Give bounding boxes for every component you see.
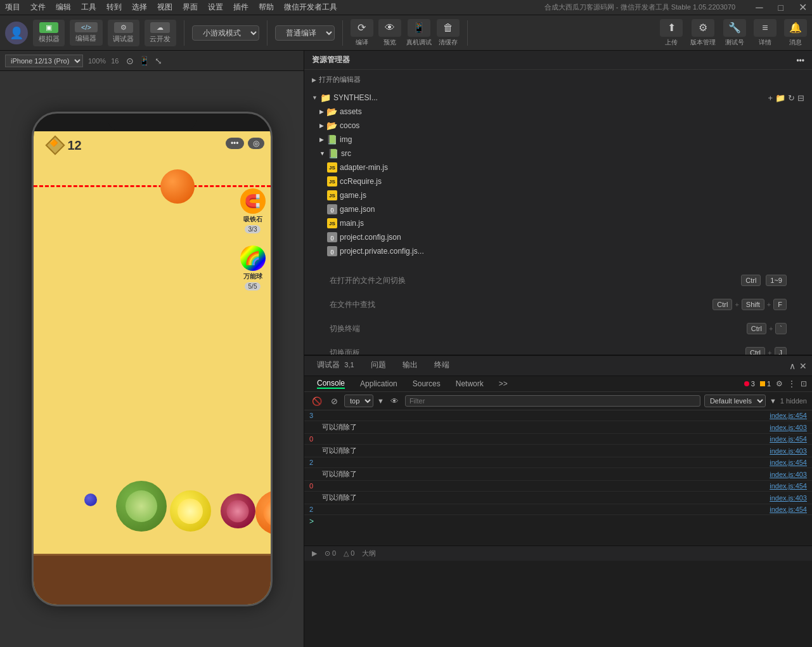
clear-cache-button[interactable]: 🗑 清缓存 <box>437 19 460 47</box>
tree-item-img[interactable]: ▶ 📗 img <box>304 133 812 147</box>
upload-button[interactable]: ⬆ 上传 <box>660 19 683 47</box>
tree-root-synthesi[interactable]: ▼ 📁 SYNTHESI... + 📁 ↻ ⊟ <box>304 91 812 105</box>
version-button[interactable]: ⚙ 版本管理 <box>690 19 716 47</box>
expand-icon[interactable]: ⤡ <box>155 56 162 66</box>
context-select[interactable]: top <box>344 395 373 407</box>
window-minimize[interactable]: ─ <box>756 2 763 13</box>
menu-item-select[interactable]: 选择 <box>132 2 147 13</box>
preview-button[interactable]: 👁 预览 <box>378 19 401 47</box>
subtab-application-btn[interactable]: Application <box>352 377 405 391</box>
simulator-button[interactable]: ▣ 模拟器 <box>33 20 65 46</box>
console-clear-btn[interactable]: 🚫 <box>309 395 325 407</box>
console-prompt[interactable]: > <box>304 515 812 528</box>
target-btn[interactable]: ◎ <box>248 138 264 149</box>
avatar[interactable]: 👤 <box>5 22 28 44</box>
tree-item-game-json[interactable]: {} game.json <box>304 202 812 216</box>
game-mode-select[interactable]: 小游戏模式 <box>192 25 259 41</box>
tree-item-game-js[interactable]: JS game.js <box>304 188 812 202</box>
log-link-7[interactable]: index.js:403 <box>770 494 807 502</box>
log-link-0[interactable]: index.js:454 <box>770 412 807 419</box>
tree-item-adapter[interactable]: JS adapter-min.js <box>304 160 812 174</box>
menu-item-tools[interactable]: 工具 <box>81 2 96 13</box>
menu-btn[interactable]: ••• <box>226 138 244 149</box>
shortcut-desc-1: 在打开的文件之间切换 <box>330 275 406 286</box>
close-debug-icon[interactable]: ✕ <box>799 361 807 371</box>
console-eye-btn[interactable]: 👁 <box>388 395 401 407</box>
tree-item-assets[interactable]: ▶ 📂 assets <box>304 105 812 119</box>
notify-button[interactable]: 🔔 消息 <box>784 19 807 47</box>
collapse-icon[interactable]: ⊟ <box>797 93 804 103</box>
log-link-5[interactable]: index.js:403 <box>770 471 807 478</box>
tab-output[interactable]: 输出 <box>395 357 425 374</box>
img-folder-icon: 📗 <box>326 134 337 145</box>
synthesi-folder-icon: 📁 <box>320 93 331 103</box>
log-link-4[interactable]: index.js:454 <box>770 459 807 466</box>
menu-item-project[interactable]: 项目 <box>5 2 20 13</box>
status-warnings: △ 0 <box>344 549 354 558</box>
console-more-icon[interactable]: ⋮ <box>788 379 796 388</box>
real-debug-button[interactable]: 📱 真机调试 <box>406 19 432 47</box>
open-editors-header[interactable]: ▶ 打开的编辑器 <box>304 72 812 87</box>
tab-debugger[interactable]: 调试器 3,1 <box>309 357 362 374</box>
menu-item-interface[interactable]: 界面 <box>183 2 198 13</box>
phone-icon[interactable]: 📱 <box>139 56 150 66</box>
menu-item-file[interactable]: 文件 <box>30 2 46 13</box>
tree-item-project-private[interactable]: {} project.private.config.js... <box>304 244 812 258</box>
log-row-7: 可以消除了 index.js:403 <box>304 492 812 504</box>
menu-item-help[interactable]: 帮助 <box>259 2 274 13</box>
menu-item-goto[interactable]: 转到 <box>106 2 122 13</box>
device-select[interactable]: iPhone 12/13 (Pro) <box>5 55 83 67</box>
compile-button[interactable]: ⟳ 编译 <box>351 19 373 47</box>
cocos-label: cocos <box>340 121 359 130</box>
log-link-1[interactable]: index.js:403 <box>770 424 807 431</box>
compile-mode-select[interactable]: 普通编译 <box>275 25 335 41</box>
refresh-icon[interactable]: ⊙ <box>126 56 134 66</box>
project-private-icon: {} <box>327 246 337 256</box>
tree-item-project-config[interactable]: {} project.config.json <box>304 230 812 244</box>
refresh-tree-icon[interactable]: ↻ <box>788 93 795 103</box>
window-close[interactable]: ✕ <box>799 1 807 13</box>
editor-button[interactable]: </> 编辑器 <box>70 20 103 46</box>
console-pause-btn[interactable]: ⊘ <box>328 395 340 407</box>
resource-more-icon[interactable]: ••• <box>796 56 804 65</box>
cocos-arrow: ▶ <box>319 122 324 129</box>
log-link-3[interactable]: index.js:403 <box>770 447 807 455</box>
console-settings-icon[interactable]: ⚙ <box>776 379 783 388</box>
window-maximize[interactable]: □ <box>778 3 783 13</box>
expand-debug-icon[interactable]: ∧ <box>789 361 796 371</box>
tree-item-ccrequire[interactable]: JS ccRequire.js <box>304 174 812 188</box>
log-link-2[interactable]: index.js:454 <box>770 435 807 443</box>
game-area[interactable]: 🔶 12 ••• ◎ <box>34 131 271 605</box>
tab-issues[interactable]: 问题 <box>363 357 394 374</box>
tab-terminal[interactable]: 终端 <box>427 357 457 374</box>
subtab-console-btn[interactable]: Console <box>309 376 352 391</box>
orange-fruit-1 <box>160 169 195 204</box>
detail-button[interactable]: ≡ 详情 <box>754 19 777 47</box>
menu-item-view[interactable]: 视图 <box>157 2 172 13</box>
new-file-icon[interactable]: + <box>768 93 773 103</box>
debugger-button[interactable]: ⚙ 调试器 <box>108 20 139 46</box>
menu-item-plugins[interactable]: 插件 <box>233 2 248 13</box>
test-button[interactable]: 🔧 测试号 <box>723 19 746 47</box>
menu-item-wechat[interactable]: 微信开发者工具 <box>284 2 337 13</box>
log-link-6[interactable]: index.js:454 <box>770 482 807 490</box>
subtab-network-btn[interactable]: Network <box>448 377 491 391</box>
cloud-button[interactable]: ☁ 云开发 <box>145 20 176 46</box>
menu-item-settings[interactable]: 设置 <box>208 2 223 13</box>
console-filter-input[interactable] <box>405 395 700 407</box>
console-dock-icon[interactable]: ⊡ <box>801 379 807 388</box>
tree-item-main-js[interactable]: JS main.js <box>304 216 812 230</box>
log-link-8[interactable]: index.js:454 <box>770 506 807 513</box>
tree-item-src[interactable]: ▼ 📗 src <box>304 147 812 160</box>
subtab-more-btn[interactable]: >> <box>491 377 515 391</box>
game-js-label: game.js <box>340 191 366 200</box>
menu-item-edit[interactable]: 编辑 <box>56 2 71 13</box>
tree-item-cocos[interactable]: ▶ 📂 cocos <box>304 119 812 133</box>
shortcut-row-3: 切换终端 Ctrl + ` <box>330 320 787 337</box>
ball-label: 万能球 <box>243 272 262 281</box>
debug-panel: 调试器 3,1 问题 输出 终端 ∧ ✕ Console Application… <box>304 355 812 546</box>
subtab-sources-btn[interactable]: Sources <box>405 377 448 391</box>
adapter-label: adapter-min.js <box>340 163 388 172</box>
log-level-select[interactable]: Default levels <box>704 395 766 407</box>
new-folder-icon[interactable]: 📁 <box>775 93 785 103</box>
